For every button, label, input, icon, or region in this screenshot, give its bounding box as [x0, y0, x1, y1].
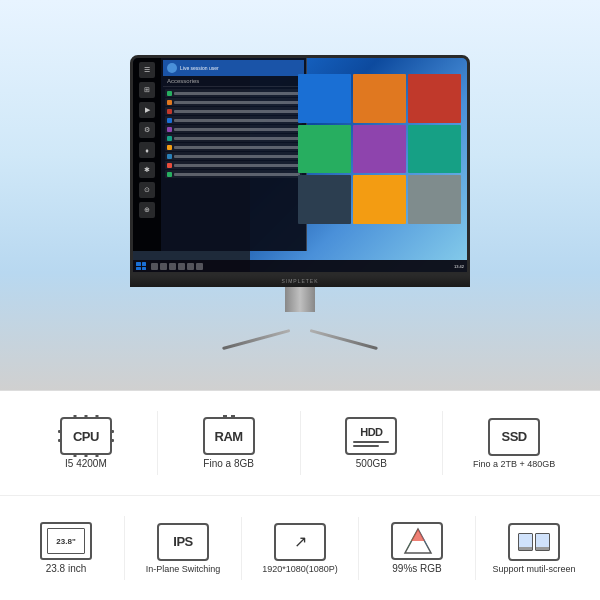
- hdd-lines: [353, 441, 389, 447]
- notch: [84, 453, 87, 457]
- notch: [95, 415, 98, 419]
- start-button: [136, 262, 146, 270]
- tile-1: [298, 74, 351, 123]
- notch-right: [110, 430, 114, 442]
- ips-icon-box: IPS: [157, 523, 209, 561]
- menu-icon-7: ⊙: [139, 182, 155, 198]
- menu-item: [165, 89, 302, 97]
- screen-size-value: 23.8 inch: [46, 563, 87, 574]
- menu-item: [165, 107, 302, 115]
- menu-item: [165, 143, 302, 151]
- notch: [73, 415, 76, 419]
- res-value: 1920*1080(1080P): [262, 564, 338, 574]
- start-menu: ☰ ⊞ ▶ ⚙ ♦ ✱ ⊙ ⊕ Live sessio: [133, 58, 307, 251]
- menu-accessories-label: Accessories: [163, 76, 304, 87]
- svg-marker-1: [411, 529, 425, 541]
- tile-3: [408, 74, 461, 123]
- notch: [110, 430, 114, 433]
- monitor-brand: SIMPLETEK: [281, 278, 318, 284]
- spec-ips: IPS In-Plane Switching: [125, 517, 242, 580]
- spec-cpu: CPU I5 4200M: [15, 411, 158, 475]
- mini-screen-display: [519, 534, 532, 547]
- svg-marker-2: [405, 541, 431, 553]
- hdd-icon-label: HDD: [360, 426, 382, 438]
- spec-ram: RAM Fino a 8GB: [158, 411, 301, 475]
- menu-content-area: Live session user Accessories: [161, 58, 306, 251]
- mini-screen-display: [536, 534, 549, 547]
- rgb-icon-box: [391, 522, 443, 560]
- spec-ssd: SSD Fino a 2TB + 480GB: [443, 412, 585, 475]
- taskbar-icon: [160, 263, 167, 270]
- tile-8: [353, 175, 406, 224]
- screen-inner: 23.8": [47, 528, 85, 554]
- taskbar-clock: 13:42: [454, 264, 464, 269]
- taskbar-icons: [151, 263, 203, 270]
- screen-size-number: 23.8": [56, 537, 75, 546]
- tile-5: [353, 125, 406, 174]
- ips-value: In-Plane Switching: [146, 564, 221, 574]
- taskbar: 13:42: [133, 260, 467, 272]
- notch: [84, 415, 87, 419]
- notch: [58, 430, 62, 433]
- tile-6: [408, 125, 461, 174]
- menu-header: Live session user: [163, 60, 304, 76]
- screen-size-icon-box: 23.8": [40, 522, 92, 560]
- mini-screen-1: [518, 533, 533, 551]
- ssd-icon-label: SSD: [502, 429, 527, 444]
- taskbar-icon: [187, 263, 194, 270]
- hdd-line: [353, 441, 389, 443]
- ssd-icon-box: SSD: [488, 418, 540, 456]
- spec-screen-size: 23.8" 23.8 inch: [8, 516, 125, 580]
- tile-2: [353, 74, 406, 123]
- cpu-icon-box: CPU: [60, 417, 112, 455]
- monitor-frame: ☰ ⊞ ▶ ⚙ ♦ ✱ ⊙ ⊕ Live sessio: [130, 55, 470, 345]
- stand-right-leg: [310, 329, 378, 350]
- multi-screen-value: Support mutil-screen: [492, 564, 575, 574]
- windows-tiles: [296, 72, 463, 226]
- monitor-screen: ☰ ⊞ ▶ ⚙ ♦ ✱ ⊙ ⊕ Live sessio: [133, 58, 467, 272]
- mini-screen-base: [519, 547, 532, 550]
- menu-item: [165, 170, 302, 178]
- ram-icon-box: RAM: [203, 417, 255, 455]
- menu-item: [165, 152, 302, 160]
- tile-4: [298, 125, 351, 174]
- monitor-display-area: ☰ ⊞ ▶ ⚙ ♦ ✱ ⊙ ⊕ Live sessio: [0, 0, 600, 390]
- menu-icon-4: ⚙: [139, 122, 155, 138]
- menu-icon-8: ⊕: [139, 202, 155, 218]
- notch: [73, 453, 76, 457]
- monitor-neck: [285, 287, 315, 312]
- hdd-icon-box: HDD: [345, 417, 397, 455]
- menu-item: [165, 161, 302, 169]
- spec-multi-screen: Support mutil-screen: [476, 517, 592, 580]
- ram-icon-label: RAM: [215, 429, 243, 444]
- multi-screen-icon-box: [508, 523, 560, 561]
- notch-left: [58, 430, 62, 442]
- chip-notches: [62, 419, 110, 453]
- specs-section: CPU I5 4200M RAM Fino a 8GB HDD: [0, 390, 600, 600]
- cpu-value: I5 4200M: [65, 458, 107, 469]
- menu-icon-2: ⊞: [139, 82, 155, 98]
- hdd-line: [353, 445, 378, 447]
- spec-resolution: ↗ 1920*1080(1080P): [242, 517, 359, 580]
- ips-icon-label: IPS: [173, 534, 192, 549]
- notch: [95, 453, 98, 457]
- monitor-bezel: ☰ ⊞ ▶ ⚙ ♦ ✱ ⊙ ⊕ Live sessio: [130, 55, 470, 275]
- menu-item: [165, 134, 302, 142]
- rgb-inner: [403, 527, 431, 555]
- specs-row-2: 23.8" 23.8 inch IPS In-Plane Switching ↗…: [0, 496, 600, 600]
- notch: [110, 439, 114, 442]
- menu-icon-3: ▶: [139, 102, 155, 118]
- res-arrow-icon: ↗: [294, 532, 307, 551]
- monitor-bottom-bar: SIMPLETEK: [130, 275, 470, 287]
- tile-9: [408, 175, 461, 224]
- spec-hdd: HDD 500GB: [301, 411, 444, 475]
- specs-row-1: CPU I5 4200M RAM Fino a 8GB HDD: [0, 391, 600, 496]
- res-icon-box: ↗: [274, 523, 326, 561]
- notch-top: [73, 415, 98, 419]
- monitor-stand: [200, 312, 400, 332]
- ram-notch-top: [223, 415, 235, 419]
- spec-rgb: 99%s RGB: [359, 516, 476, 580]
- ram-notch: [223, 415, 227, 419]
- menu-item: [165, 98, 302, 106]
- stand-left-leg: [222, 329, 290, 350]
